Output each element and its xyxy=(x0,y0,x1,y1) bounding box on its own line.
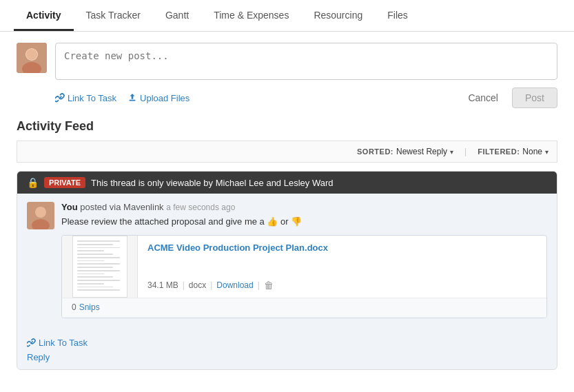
post-author-name: You xyxy=(61,202,78,212)
attachment-inner: ACME Video Production Project Plan.docx … xyxy=(62,236,546,298)
sort-value: Newest Reply xyxy=(396,147,447,156)
doc-line xyxy=(77,254,114,255)
delete-attachment-button[interactable]: 🗑 xyxy=(264,280,274,291)
upload-files-button[interactable]: Upload Files xyxy=(127,93,189,103)
post-content: Please review the attached proposal and … xyxy=(61,215,547,229)
tab-gantt[interactable]: Gantt xyxy=(153,0,201,31)
snips-link[interactable]: Snips xyxy=(79,302,100,312)
tab-time-expenses[interactable]: Time & Expenses xyxy=(201,0,301,31)
post-box: Link To Task Upload Files Cancel Post xyxy=(55,43,557,108)
post-btn-group: Cancel Post xyxy=(460,87,557,108)
post-author-avatar xyxy=(27,202,54,229)
doc-line xyxy=(77,289,121,291)
feed-title: Activity Feed xyxy=(17,119,557,134)
link-to-task-label: Link To Task xyxy=(68,93,116,103)
doc-line xyxy=(77,263,121,265)
doc-line xyxy=(77,287,114,288)
doc-line xyxy=(77,240,121,242)
pipe-separator: | xyxy=(183,280,185,290)
post-card: 🔒 PRIVATE This thread is only viewable b… xyxy=(17,171,557,370)
toolbar-separator: | xyxy=(464,147,467,156)
reply-button[interactable]: Reply xyxy=(27,352,547,362)
upload-files-label: Upload Files xyxy=(140,93,189,103)
doc-line xyxy=(77,244,114,245)
doc-preview xyxy=(72,236,127,298)
filter-label: FILTERED: xyxy=(478,147,520,156)
attachment-type: docx xyxy=(189,280,206,290)
sort-control[interactable]: SORTED: Newest Reply ▾ xyxy=(357,147,453,156)
svg-point-5 xyxy=(35,207,46,218)
link-to-task-row: Link To Task xyxy=(27,338,547,348)
link-to-task-button[interactable]: Link To Task xyxy=(55,93,116,103)
doc-line xyxy=(77,260,105,262)
current-user-avatar xyxy=(17,43,47,73)
doc-line xyxy=(77,257,121,258)
post-time: a few seconds ago xyxy=(166,203,235,212)
sort-label: SORTED: xyxy=(357,147,393,156)
cancel-button[interactable]: Cancel xyxy=(460,87,506,108)
doc-line xyxy=(77,250,105,251)
doc-line xyxy=(77,276,114,278)
feed-toolbar: SORTED: Newest Reply ▾ | FILTERED: None … xyxy=(17,141,557,163)
tab-files[interactable]: Files xyxy=(375,0,420,31)
filter-control[interactable]: FILTERED: None ▾ xyxy=(478,147,549,156)
attachment-name-link[interactable]: ACME Video Production Project Plan.docx xyxy=(147,243,537,253)
doc-line xyxy=(77,280,121,281)
private-message: This thread is only viewable by Michael … xyxy=(91,178,333,188)
download-button[interactable]: Download xyxy=(216,280,253,290)
attachment-box: ACME Video Production Project Plan.docx … xyxy=(61,235,547,318)
svg-point-3 xyxy=(26,49,37,60)
post-button[interactable]: Post xyxy=(512,87,557,108)
main-content: Link To Task Upload Files Cancel Post Ac… xyxy=(0,32,574,381)
attachment-size: 34.1 MB xyxy=(147,280,178,290)
tab-activity[interactable]: Activity xyxy=(14,0,74,31)
footer-link-to-task[interactable]: Link To Task xyxy=(39,338,88,348)
post-via: posted via Mavenlink xyxy=(80,202,163,212)
link-to-task-icon xyxy=(27,338,36,347)
post-meta-row: You posted via Mavenlink a few seconds a… xyxy=(27,202,547,229)
post-author-line: You posted via Mavenlink a few seconds a… xyxy=(61,202,547,212)
new-post-input[interactable] xyxy=(55,43,557,80)
pipe-separator: | xyxy=(210,280,212,290)
pipe-separator: | xyxy=(258,280,260,290)
upload-icon xyxy=(127,93,137,103)
sort-chevron-icon: ▾ xyxy=(450,148,453,156)
snips-count: 0 xyxy=(72,302,76,312)
filter-chevron-icon: ▾ xyxy=(545,148,549,156)
doc-line xyxy=(77,267,114,268)
doc-line xyxy=(77,283,105,285)
tab-resourcing[interactable]: Resourcing xyxy=(301,0,375,31)
doc-line xyxy=(77,270,121,271)
doc-line xyxy=(77,274,105,275)
post-actions-row: Link To Task Upload Files Cancel Post xyxy=(55,87,557,108)
snips-row: 0 Snips xyxy=(62,298,546,318)
link-icon xyxy=(55,93,65,103)
post-footer: Link To Task Reply xyxy=(17,332,557,369)
doc-line xyxy=(77,247,121,249)
tab-task-tracker[interactable]: Task Tracker xyxy=(74,0,153,31)
private-badge: PRIVATE xyxy=(44,177,85,188)
attachment-thumbnail xyxy=(62,236,138,298)
private-banner: 🔒 PRIVATE This thread is only viewable b… xyxy=(17,172,557,194)
nav-tabs: Activity Task Tracker Gantt Time & Expen… xyxy=(0,0,574,32)
post-text-area: You posted via Mavenlink a few seconds a… xyxy=(61,202,547,229)
filter-value: None xyxy=(522,147,542,156)
attachment-details: ACME Video Production Project Plan.docx … xyxy=(138,236,546,298)
new-post-area: Link To Task Upload Files Cancel Post xyxy=(17,43,557,108)
attachment-meta: 34.1 MB | docx | Download | 🗑 xyxy=(147,280,537,291)
lock-icon: 🔒 xyxy=(27,177,39,188)
post-body: You posted via Mavenlink a few seconds a… xyxy=(17,194,557,332)
